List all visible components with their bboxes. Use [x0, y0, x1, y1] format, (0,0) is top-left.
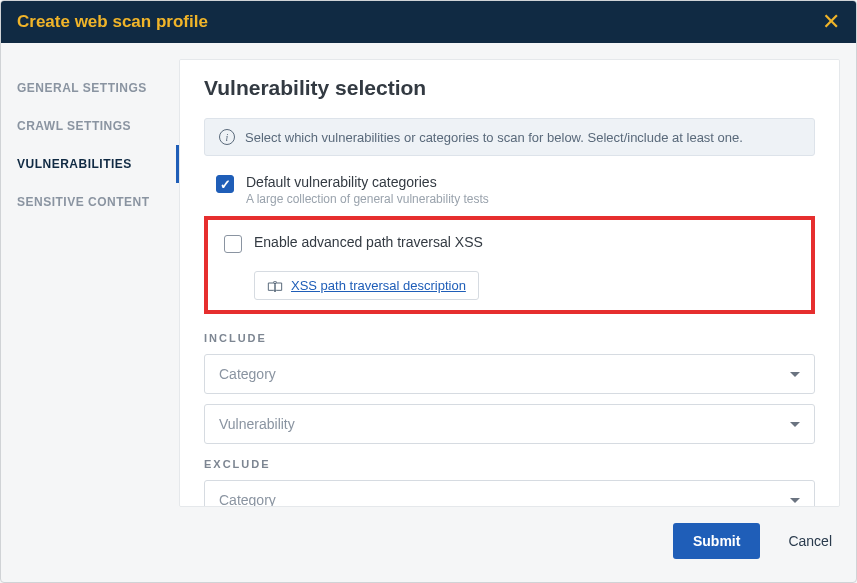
info-banner: i Select which vulnerabilities or catego… [204, 118, 815, 156]
xss-description-link-text: XSS path traversal description [291, 278, 466, 293]
chevron-down-icon [790, 372, 800, 377]
info-icon: i [219, 129, 235, 145]
include-category-dropdown[interactable]: Category [204, 354, 815, 394]
xss-description-link[interactable]: XSS path traversal description [254, 271, 479, 300]
exclude-category-placeholder: Category [219, 492, 276, 507]
dialog-footer: Submit Cancel [1, 523, 856, 559]
default-vuln-sublabel: A large collection of general vulnerabil… [246, 192, 489, 206]
include-label: INCLUDE [204, 332, 815, 344]
default-vuln-label: Default vulnerability categories [246, 174, 489, 190]
include-category-placeholder: Category [219, 366, 276, 382]
page-title: Vulnerability selection [204, 76, 815, 100]
dialog-title: Create web scan profile [17, 12, 208, 32]
dialog-header: Create web scan profile ✕ [1, 1, 856, 43]
sidebar-item-general-settings[interactable]: GENERAL SETTINGS [17, 69, 179, 107]
book-icon [267, 280, 283, 292]
main-panel: Vulnerability selection i Select which v… [179, 59, 840, 507]
sidebar: GENERAL SETTINGS CRAWL SETTINGS VULNERAB… [17, 59, 179, 507]
advanced-xss-label: Enable advanced path traversal XSS [254, 234, 483, 250]
dialog-body: GENERAL SETTINGS CRAWL SETTINGS VULNERAB… [1, 43, 856, 523]
sidebar-item-sensitive-content[interactable]: SENSITIVE CONTENT [17, 183, 179, 221]
submit-button[interactable]: Submit [673, 523, 760, 559]
exclude-label: EXCLUDE [204, 458, 815, 470]
advanced-xss-checkbox[interactable] [224, 235, 242, 253]
include-vulnerability-dropdown[interactable]: Vulnerability [204, 404, 815, 444]
exclude-category-dropdown[interactable]: Category [204, 480, 815, 507]
sidebar-item-vulnerabilities[interactable]: VULNERABILITIES [17, 145, 179, 183]
advanced-xss-text: Enable advanced path traversal XSS [254, 234, 483, 250]
chevron-down-icon [790, 422, 800, 427]
chevron-down-icon [790, 498, 800, 503]
default-vuln-checkbox[interactable] [216, 175, 234, 193]
include-vulnerability-placeholder: Vulnerability [219, 416, 295, 432]
sidebar-item-crawl-settings[interactable]: CRAWL SETTINGS [17, 107, 179, 145]
info-text: Select which vulnerabilities or categori… [245, 130, 743, 145]
advanced-xss-highlight: Enable advanced path traversal XSS XSS p… [204, 216, 815, 314]
svg-point-0 [274, 281, 277, 284]
default-vuln-text: Default vulnerability categories A large… [246, 174, 489, 206]
advanced-xss-row: Enable advanced path traversal XSS [224, 234, 807, 253]
cancel-button[interactable]: Cancel [788, 533, 832, 549]
default-vuln-row: Default vulnerability categories A large… [216, 174, 815, 206]
close-icon[interactable]: ✕ [822, 11, 840, 33]
